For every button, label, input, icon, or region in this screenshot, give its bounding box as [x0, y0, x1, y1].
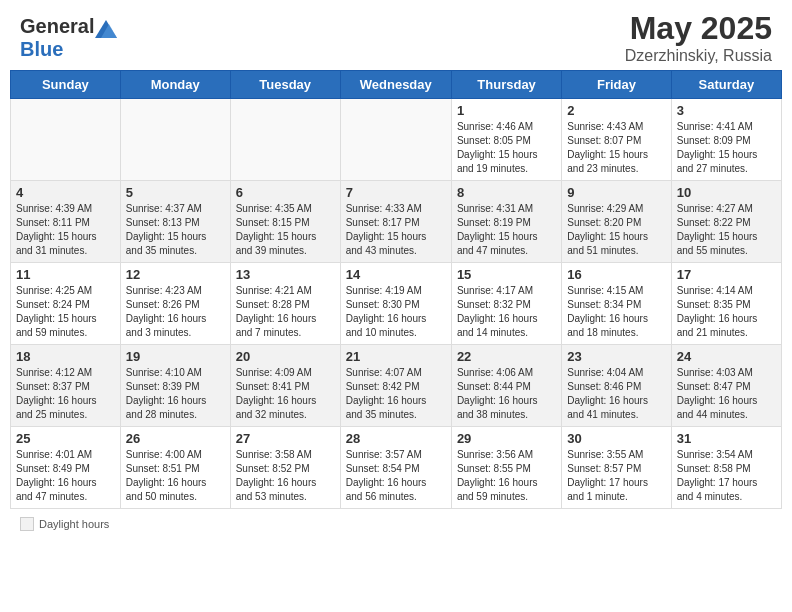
calendar-day-26: 26Sunrise: 4:00 AM Sunset: 8:51 PM Dayli…: [120, 427, 230, 509]
calendar-day-20: 20Sunrise: 4:09 AM Sunset: 8:41 PM Dayli…: [230, 345, 340, 427]
day-info: Sunrise: 4:04 AM Sunset: 8:46 PM Dayligh…: [567, 366, 665, 422]
day-info: Sunrise: 4:27 AM Sunset: 8:22 PM Dayligh…: [677, 202, 776, 258]
calendar-day-25: 25Sunrise: 4:01 AM Sunset: 8:49 PM Dayli…: [11, 427, 121, 509]
day-number: 13: [236, 267, 335, 282]
calendar-day-29: 29Sunrise: 3:56 AM Sunset: 8:55 PM Dayli…: [451, 427, 561, 509]
day-number: 16: [567, 267, 665, 282]
day-info: Sunrise: 4:19 AM Sunset: 8:30 PM Dayligh…: [346, 284, 446, 340]
calendar-day-15: 15Sunrise: 4:17 AM Sunset: 8:32 PM Dayli…: [451, 263, 561, 345]
day-number: 26: [126, 431, 225, 446]
calendar-day-empty: [11, 99, 121, 181]
day-info: Sunrise: 4:29 AM Sunset: 8:20 PM Dayligh…: [567, 202, 665, 258]
day-header-friday: Friday: [562, 71, 671, 99]
calendar-day-27: 27Sunrise: 3:58 AM Sunset: 8:52 PM Dayli…: [230, 427, 340, 509]
calendar-day-empty: [120, 99, 230, 181]
day-number: 31: [677, 431, 776, 446]
title-section: May 2025 Dzerzhinskiy, Russia: [625, 10, 772, 65]
day-info: Sunrise: 4:21 AM Sunset: 8:28 PM Dayligh…: [236, 284, 335, 340]
calendar-day-6: 6Sunrise: 4:35 AM Sunset: 8:15 PM Daylig…: [230, 181, 340, 263]
calendar-day-19: 19Sunrise: 4:10 AM Sunset: 8:39 PM Dayli…: [120, 345, 230, 427]
day-number: 6: [236, 185, 335, 200]
calendar-day-13: 13Sunrise: 4:21 AM Sunset: 8:28 PM Dayli…: [230, 263, 340, 345]
calendar-day-5: 5Sunrise: 4:37 AM Sunset: 8:13 PM Daylig…: [120, 181, 230, 263]
day-number: 15: [457, 267, 556, 282]
day-number: 7: [346, 185, 446, 200]
day-header-saturday: Saturday: [671, 71, 781, 99]
day-number: 11: [16, 267, 115, 282]
day-number: 10: [677, 185, 776, 200]
day-number: 30: [567, 431, 665, 446]
day-info: Sunrise: 4:06 AM Sunset: 8:44 PM Dayligh…: [457, 366, 556, 422]
day-number: 28: [346, 431, 446, 446]
day-info: Sunrise: 4:39 AM Sunset: 8:11 PM Dayligh…: [16, 202, 115, 258]
calendar-day-3: 3Sunrise: 4:41 AM Sunset: 8:09 PM Daylig…: [671, 99, 781, 181]
calendar-day-31: 31Sunrise: 3:54 AM Sunset: 8:58 PM Dayli…: [671, 427, 781, 509]
calendar-day-16: 16Sunrise: 4:15 AM Sunset: 8:34 PM Dayli…: [562, 263, 671, 345]
day-info: Sunrise: 4:07 AM Sunset: 8:42 PM Dayligh…: [346, 366, 446, 422]
day-info: Sunrise: 3:54 AM Sunset: 8:58 PM Dayligh…: [677, 448, 776, 504]
day-info: Sunrise: 4:01 AM Sunset: 8:49 PM Dayligh…: [16, 448, 115, 504]
logo-icon: [95, 20, 117, 38]
day-info: Sunrise: 4:15 AM Sunset: 8:34 PM Dayligh…: [567, 284, 665, 340]
calendar-day-2: 2Sunrise: 4:43 AM Sunset: 8:07 PM Daylig…: [562, 99, 671, 181]
calendar-day-8: 8Sunrise: 4:31 AM Sunset: 8:19 PM Daylig…: [451, 181, 561, 263]
day-number: 27: [236, 431, 335, 446]
day-number: 8: [457, 185, 556, 200]
day-number: 5: [126, 185, 225, 200]
day-info: Sunrise: 4:23 AM Sunset: 8:26 PM Dayligh…: [126, 284, 225, 340]
day-number: 4: [16, 185, 115, 200]
day-info: Sunrise: 4:41 AM Sunset: 8:09 PM Dayligh…: [677, 120, 776, 176]
day-number: 18: [16, 349, 115, 364]
calendar-day-empty: [230, 99, 340, 181]
subtitle: Dzerzhinskiy, Russia: [625, 47, 772, 65]
calendar-week-3: 11Sunrise: 4:25 AM Sunset: 8:24 PM Dayli…: [11, 263, 782, 345]
calendar-day-17: 17Sunrise: 4:14 AM Sunset: 8:35 PM Dayli…: [671, 263, 781, 345]
calendar-day-11: 11Sunrise: 4:25 AM Sunset: 8:24 PM Dayli…: [11, 263, 121, 345]
daylight-hours-label: Daylight hours: [39, 518, 109, 530]
day-info: Sunrise: 4:17 AM Sunset: 8:32 PM Dayligh…: [457, 284, 556, 340]
calendar-day-28: 28Sunrise: 3:57 AM Sunset: 8:54 PM Dayli…: [340, 427, 451, 509]
day-info: Sunrise: 4:03 AM Sunset: 8:47 PM Dayligh…: [677, 366, 776, 422]
day-info: Sunrise: 4:33 AM Sunset: 8:17 PM Dayligh…: [346, 202, 446, 258]
calendar-day-4: 4Sunrise: 4:39 AM Sunset: 8:11 PM Daylig…: [11, 181, 121, 263]
day-number: 1: [457, 103, 556, 118]
shaded-legend-box: [20, 517, 34, 531]
calendar-day-18: 18Sunrise: 4:12 AM Sunset: 8:37 PM Dayli…: [11, 345, 121, 427]
day-number: 25: [16, 431, 115, 446]
day-info: Sunrise: 4:37 AM Sunset: 8:13 PM Dayligh…: [126, 202, 225, 258]
day-info: Sunrise: 4:10 AM Sunset: 8:39 PM Dayligh…: [126, 366, 225, 422]
day-info: Sunrise: 4:43 AM Sunset: 8:07 PM Dayligh…: [567, 120, 665, 176]
calendar-day-1: 1Sunrise: 4:46 AM Sunset: 8:05 PM Daylig…: [451, 99, 561, 181]
calendar-day-7: 7Sunrise: 4:33 AM Sunset: 8:17 PM Daylig…: [340, 181, 451, 263]
calendar-week-5: 25Sunrise: 4:01 AM Sunset: 8:49 PM Dayli…: [11, 427, 782, 509]
calendar-day-empty: [340, 99, 451, 181]
calendar-day-12: 12Sunrise: 4:23 AM Sunset: 8:26 PM Dayli…: [120, 263, 230, 345]
calendar-day-30: 30Sunrise: 3:55 AM Sunset: 8:57 PM Dayli…: [562, 427, 671, 509]
day-info: Sunrise: 4:35 AM Sunset: 8:15 PM Dayligh…: [236, 202, 335, 258]
day-info: Sunrise: 4:46 AM Sunset: 8:05 PM Dayligh…: [457, 120, 556, 176]
calendar-day-21: 21Sunrise: 4:07 AM Sunset: 8:42 PM Dayli…: [340, 345, 451, 427]
day-header-wednesday: Wednesday: [340, 71, 451, 99]
day-info: Sunrise: 3:57 AM Sunset: 8:54 PM Dayligh…: [346, 448, 446, 504]
day-number: 12: [126, 267, 225, 282]
day-number: 14: [346, 267, 446, 282]
day-number: 21: [346, 349, 446, 364]
day-number: 20: [236, 349, 335, 364]
logo-blue: Blue: [20, 38, 63, 60]
day-info: Sunrise: 3:58 AM Sunset: 8:52 PM Dayligh…: [236, 448, 335, 504]
day-number: 24: [677, 349, 776, 364]
logo: General Blue: [20, 15, 118, 60]
calendar-day-23: 23Sunrise: 4:04 AM Sunset: 8:46 PM Dayli…: [562, 345, 671, 427]
day-info: Sunrise: 4:12 AM Sunset: 8:37 PM Dayligh…: [16, 366, 115, 422]
day-info: Sunrise: 3:56 AM Sunset: 8:55 PM Dayligh…: [457, 448, 556, 504]
calendar-day-22: 22Sunrise: 4:06 AM Sunset: 8:44 PM Dayli…: [451, 345, 561, 427]
calendar-week-1: 1Sunrise: 4:46 AM Sunset: 8:05 PM Daylig…: [11, 99, 782, 181]
calendar-week-2: 4Sunrise: 4:39 AM Sunset: 8:11 PM Daylig…: [11, 181, 782, 263]
calendar-table: SundayMondayTuesdayWednesdayThursdayFrid…: [10, 70, 782, 509]
day-info: Sunrise: 4:14 AM Sunset: 8:35 PM Dayligh…: [677, 284, 776, 340]
day-number: 9: [567, 185, 665, 200]
day-number: 22: [457, 349, 556, 364]
day-number: 23: [567, 349, 665, 364]
day-info: Sunrise: 4:09 AM Sunset: 8:41 PM Dayligh…: [236, 366, 335, 422]
day-number: 17: [677, 267, 776, 282]
